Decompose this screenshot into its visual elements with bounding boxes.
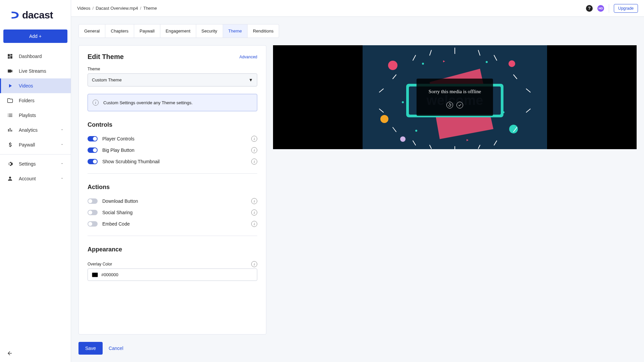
save-button[interactable]: Save	[78, 342, 103, 355]
toggle-download-button[interactable]	[88, 198, 98, 204]
tab-paywall[interactable]: Paywall	[134, 24, 160, 38]
sidebar-item-settings[interactable]: Settings	[0, 157, 71, 171]
toggle-player-controls[interactable]	[88, 136, 98, 141]
sidebar-item-paywall[interactable]: Paywall	[0, 137, 71, 152]
info-icon[interactable]: i	[251, 136, 257, 142]
svg-point-2	[508, 60, 515, 67]
toggle-embed-code[interactable]	[88, 221, 98, 227]
toggle-row: Big Play Buttoni	[88, 144, 257, 156]
toggle-label: Download Button	[102, 198, 138, 204]
toggle-row: Show Scrubbing Thumbnaili	[88, 156, 257, 167]
tab-theme[interactable]: Theme	[223, 24, 248, 38]
offline-text: Sorry this media is offline	[429, 89, 481, 95]
cancel-button[interactable]: Cancel	[109, 346, 123, 351]
sidebar-item-analytics[interactable]: Analytics	[0, 123, 71, 137]
edit-theme-panel: Edit Theme Advanced Theme Custom Theme ▼…	[78, 45, 266, 335]
svg-point-28	[422, 63, 424, 65]
chevron-down-icon	[60, 127, 64, 133]
theme-select[interactable]: Custom Theme ▼	[88, 73, 257, 86]
info-icon[interactable]: i	[251, 221, 257, 227]
appearance-title: Appearance	[88, 246, 257, 253]
info-icon[interactable]: i	[251, 198, 257, 204]
list-icon	[7, 112, 13, 119]
toggle-label: Embed Code	[102, 221, 130, 227]
tab-renditions[interactable]: Renditions	[248, 24, 279, 38]
toggle-big-play-button[interactable]	[88, 147, 98, 153]
overlay-info-icon[interactable]: i	[251, 261, 257, 267]
toggle-show-scrubbing-thumbnail[interactable]	[88, 159, 98, 164]
tab-general[interactable]: General	[79, 24, 105, 38]
sidebar-item-dashboard[interactable]: Dashboard	[0, 49, 71, 64]
brand-icon	[10, 10, 20, 20]
sidebar: dacast Add + DashboardLive StreamsVideos…	[0, 0, 71, 362]
toggle-row: Download Buttoni	[88, 195, 257, 207]
svg-point-31	[415, 130, 417, 132]
sidebar-item-playlists[interactable]: Playlists	[0, 108, 71, 123]
nav: DashboardLive StreamsVideosFoldersPlayli…	[0, 49, 71, 346]
folder-icon	[7, 97, 13, 104]
help-icon[interactable]: ?	[586, 5, 593, 12]
divider	[609, 4, 609, 13]
advanced-link[interactable]: Advanced	[239, 55, 257, 59]
avatar[interactable]: HD	[597, 5, 604, 12]
sidebar-item-label: Dashboard	[19, 54, 42, 59]
arrow-left-icon	[7, 350, 13, 356]
breadcrumb-sep: /	[140, 6, 142, 11]
svg-point-32	[402, 101, 404, 103]
controls-title: Controls	[88, 121, 257, 128]
sidebar-item-label: Playlists	[19, 113, 36, 118]
chevron-down-icon: ▼	[249, 77, 253, 82]
add-button[interactable]: Add +	[3, 29, 67, 43]
gear-icon	[7, 161, 13, 167]
info-icon[interactable]: i	[251, 209, 257, 216]
video-player[interactable]: welcome	[273, 45, 637, 149]
breadcrumb-item[interactable]: Videos	[77, 6, 91, 11]
sidebar-item-label: Live Streams	[19, 68, 46, 74]
upgrade-button[interactable]: Upgrade	[614, 4, 638, 13]
sidebar-item-label: Folders	[19, 98, 35, 103]
breadcrumb-item: Theme	[143, 6, 157, 11]
sidebar-item-label: Analytics	[19, 127, 38, 133]
info-icon[interactable]: i	[251, 147, 257, 153]
main: Videos/Dacast Overview.mp4/Theme ? HD Up…	[71, 0, 644, 362]
breadcrumb: Videos/Dacast Overview.mp4/Theme	[77, 6, 157, 11]
breadcrumb-sep: /	[93, 6, 94, 11]
breadcrumb-item[interactable]: Dacast Overview.mp4	[96, 6, 138, 11]
svg-point-4	[509, 125, 518, 133]
tab-chapters[interactable]: Chapters	[105, 24, 134, 38]
bars-icon	[7, 127, 13, 133]
color-swatch	[92, 273, 98, 277]
overlay-color-select[interactable]: #000000	[88, 268, 257, 281]
toggle-social-sharing[interactable]	[88, 210, 98, 215]
person-icon	[7, 175, 13, 182]
svg-point-1	[388, 61, 397, 70]
tab-engagement[interactable]: Engagement	[160, 24, 196, 38]
video-cam-icon	[7, 68, 13, 74]
play-icon	[7, 82, 13, 89]
sidebar-item-videos[interactable]: Videos	[0, 78, 71, 93]
theme-label: Theme	[88, 67, 257, 71]
chevron-down-icon	[60, 142, 64, 147]
info-icon[interactable]: i	[251, 159, 257, 165]
check-icon[interactable]	[457, 102, 463, 109]
sidebar-item-folders[interactable]: Folders	[0, 93, 71, 108]
sidebar-item-live-streams[interactable]: Live Streams	[0, 64, 71, 78]
toggle-label: Social Sharing	[102, 210, 132, 215]
theme-value: Custom Theme	[92, 77, 122, 82]
divider	[0, 154, 71, 155]
overlay-color-value: #000000	[101, 272, 118, 277]
actions-title: Actions	[88, 184, 257, 191]
tab-security[interactable]: Security	[196, 24, 223, 38]
divider	[88, 173, 257, 174]
panel-scroll[interactable]: Edit Theme Advanced Theme Custom Theme ▼…	[79, 46, 266, 334]
refresh-icon[interactable]	[446, 102, 453, 109]
toggle-row: Player Controlsi	[88, 133, 257, 144]
info-icon: i	[93, 100, 99, 106]
svg-point-30	[502, 111, 504, 113]
tabs: GeneralChaptersPaywallEngagementSecurity…	[78, 24, 279, 38]
sidebar-item-account[interactable]: Account	[0, 171, 71, 186]
divider	[88, 236, 257, 236]
collapse-sidebar-button[interactable]	[0, 346, 71, 362]
overlay-label: Overlay Color	[88, 262, 112, 266]
topbar: Videos/Dacast Overview.mp4/Theme ? HD Up…	[71, 0, 644, 17]
